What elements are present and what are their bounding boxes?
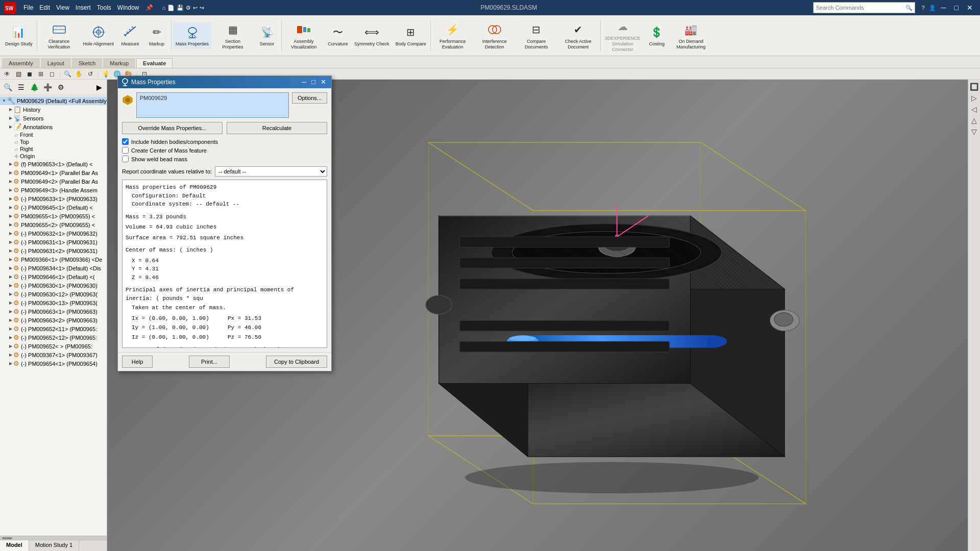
maximize-button[interactable]: □ <box>951 3 962 13</box>
toolbar-sensor[interactable]: 📡 Sensor <box>254 22 280 49</box>
zoom-icon[interactable]: 🔍 <box>63 69 73 79</box>
minimize-button[interactable]: ─ <box>938 3 949 13</box>
search-input[interactable] <box>816 5 905 11</box>
tree-pm009652-xx[interactable]: ▶ ⚙ (-) PM009652< > (PM00965: <box>0 342 107 350</box>
collapse-panel-btn[interactable]: ▶ <box>93 81 105 93</box>
tree-annotations[interactable]: ▶ 📝 Annotations <box>0 122 107 131</box>
toolbar-check-active-document[interactable]: ✔ Check Active Document <box>557 19 599 52</box>
help-button[interactable]: Help <box>122 356 153 368</box>
tree-pm009649-3[interactable]: ▶ ⚙ PM009649<3> (Handle Assem <box>0 186 107 194</box>
toolbar-symmetry-check[interactable]: ⟺ Symmetry Check <box>351 22 393 49</box>
toolbar-performance-evaluation[interactable]: ⚡ Performance Evaluation <box>432 19 474 52</box>
tree-pm009652-11[interactable]: ▶ ⚙ (-) PM009652<11> (PM00965: <box>0 324 107 333</box>
viewport-icon-5[interactable]: ▽ <box>970 127 978 137</box>
menu-tools[interactable]: Tools <box>97 4 111 11</box>
toolbar-section-properties[interactable]: ▦ Section Properties <box>212 19 254 52</box>
tree-pm009663-1[interactable]: ▶ ⚙ (-) PM009663<1> (PM009663) <box>0 307 107 316</box>
new-doc-icon[interactable]: 📄 <box>167 5 175 11</box>
toolbar-on-demand-manufacturing[interactable]: 🏭 On Demand Manufacturing <box>670 19 712 52</box>
tab-layout[interactable]: Layout <box>41 58 71 68</box>
create-center-checkbox[interactable] <box>122 147 129 154</box>
tab-assembly[interactable]: Assembly <box>2 58 40 68</box>
tree-pm009653[interactable]: ▶ ⚙ (f) PM009653<1> (Default) < <box>0 160 107 168</box>
menu-pin[interactable]: 📌 <box>145 4 153 11</box>
tree-pm009646[interactable]: ▶ ⚙ (-) PM009646<1> (Default) <( <box>0 272 107 281</box>
view-orientation-icon[interactable]: 👁 <box>2 69 12 79</box>
options-button[interactable]: Options... <box>292 92 327 104</box>
menu-insert[interactable]: Insert <box>76 4 91 11</box>
mass-properties-results[interactable]: Mass properties of PM009629 Configuratio… <box>122 180 327 348</box>
dialog-restore-btn[interactable]: □ <box>309 77 317 87</box>
menu-file[interactable]: File <box>23 4 33 11</box>
tree-history[interactable]: ▶ 📋 History <box>0 105 107 114</box>
menu-window[interactable]: Window <box>117 4 139 11</box>
toolbar-measure[interactable]: Measure <box>117 22 143 49</box>
tree-origin[interactable]: ✛ Origin <box>0 153 107 160</box>
tree-front[interactable]: ▱ Front <box>0 131 107 138</box>
tree-root[interactable]: ▼ 🔧 PM009629 (Default) <Full Assembly> <box>0 96 107 105</box>
search-filter-btn[interactable]: 🔍 <box>2 81 14 93</box>
toolbar-design-study[interactable]: 📊 Design Study <box>2 22 36 49</box>
list-view-btn[interactable]: ☰ <box>15 81 27 93</box>
tree-view-btn[interactable]: 🌲 <box>28 81 40 93</box>
tree-pm009663-2[interactable]: ▶ ⚙ (-) PM009663<2> (PM009663) <box>0 316 107 324</box>
undo-icon[interactable]: ↩ <box>193 5 198 11</box>
tree-pm009630-13[interactable]: ▶ ⚙ (-) PM009630<13> (PM00963( <box>0 298 107 307</box>
save-icon[interactable]: 💾 <box>177 5 184 11</box>
btab-model[interactable]: Model <box>0 540 29 551</box>
copy-to-clipboard-button[interactable]: Copy to Clipboard <box>266 356 327 368</box>
tab-evaluate[interactable]: Evaluate <box>136 58 173 68</box>
gear-btn[interactable]: ⚙ <box>55 81 67 93</box>
settings-icon[interactable]: ⚙ <box>186 5 191 11</box>
tree-pm009655-1[interactable]: ▶ ⚙ PM009655<1> (PM009655) < <box>0 212 107 220</box>
dialog-minimize-btn[interactable]: ─ <box>300 77 308 87</box>
menu-edit[interactable]: Edit <box>39 4 50 11</box>
section-view-icon[interactable]: ▧ <box>13 69 23 79</box>
override-mass-properties-button[interactable]: Override Mass Properties... <box>122 122 223 134</box>
show-weld-checkbox[interactable] <box>122 156 129 162</box>
toolbar-curvature[interactable]: 〜 Curvature <box>325 22 351 49</box>
close-button[interactable]: ✕ <box>964 3 976 13</box>
view-settings-icon[interactable]: ⊞ <box>36 69 46 79</box>
tree-pm009633[interactable]: ▶ ⚙ (-) PM009633<1> (PM009633) <box>0 194 107 203</box>
toolbar-compare-documents[interactable]: ⊟ Compare Documents <box>516 19 557 52</box>
menu-view[interactable]: View <box>56 4 69 11</box>
viewport-icon-3[interactable]: ◁ <box>970 104 978 114</box>
tree-pm009655-2[interactable]: ▶ ⚙ PM009655<2> (PM009655) < <box>0 220 107 229</box>
tree-pm009367[interactable]: ▶ ⚙ (-) PM009367<1> (PM009367) <box>0 350 107 359</box>
toolbar-body-compare[interactable]: ⊞ Body Compare <box>393 22 429 49</box>
display-style-icon[interactable]: ◼ <box>24 69 35 79</box>
tree-pm009645[interactable]: ▶ ⚙ (-) PM009645<1> (Default) < <box>0 203 107 212</box>
tree-sensors[interactable]: ▶ 📡 Sensors <box>0 114 107 122</box>
search-bar[interactable]: 🔍 <box>813 2 915 13</box>
add-component-btn[interactable]: ➕ <box>41 81 54 93</box>
help-icon[interactable]: ? <box>921 5 924 11</box>
toolbar-mass-properties[interactable]: Mass Properties <box>173 22 212 49</box>
btab-motion-study[interactable]: Motion Study 1 <box>29 540 79 551</box>
rotate-icon[interactable]: ↺ <box>85 69 95 79</box>
tree-pm009630-12[interactable]: ▶ ⚙ (-) PM009630<12> (PM00963( <box>0 290 107 298</box>
tree-pm009632[interactable]: ▶ ⚙ (-) PM009632<1> (PM009632) <box>0 229 107 238</box>
tree-pm009652-12[interactable]: ▶ ⚙ (-) PM009652<12> (PM00965: <box>0 333 107 342</box>
toolbar-interference-detection[interactable]: Interference Detection <box>474 19 516 52</box>
tree-top[interactable]: ▱ Top <box>0 138 107 145</box>
viewport-icon-4[interactable]: △ <box>970 115 978 126</box>
pan-icon[interactable]: ✋ <box>74 69 84 79</box>
viewport-icon-2[interactable]: ▷ <box>970 93 978 103</box>
user-icon[interactable]: 👤 <box>929 5 936 11</box>
toolbar-hole-alignment[interactable]: Hole Alignment <box>80 22 117 49</box>
toolbar-assembly-visualization[interactable]: Assembly Visualization <box>283 19 325 52</box>
tab-sketch[interactable]: Sketch <box>72 58 103 68</box>
viewport-icon-1[interactable]: 🔲 <box>969 82 979 92</box>
tree-pm009631-2[interactable]: ▶ ⚙ (-) PM009631<2> (PM009631) <box>0 246 107 255</box>
redo-icon[interactable]: ↪ <box>200 5 204 11</box>
toolbar-costing[interactable]: 💲 Costing <box>644 22 670 49</box>
toolbar-markup[interactable]: ✏ Markup <box>143 22 170 49</box>
home-icon[interactable]: ⌂ <box>162 5 166 11</box>
tree-right[interactable]: ▱ Right <box>0 145 107 153</box>
tab-markup[interactable]: Markup <box>103 58 135 68</box>
toolbar-3dexperience[interactable]: ☁ 3DEXPERIENCE Simulation Connector <box>602 16 644 54</box>
recalculate-button[interactable]: Recalculate <box>227 122 327 134</box>
toolbar-clearance-verification[interactable]: ←→ Clearance Verification <box>38 19 80 52</box>
tree-pm009634[interactable]: ▶ ⚙ (-) PM009634<1> (Default) <Dis <box>0 264 107 272</box>
